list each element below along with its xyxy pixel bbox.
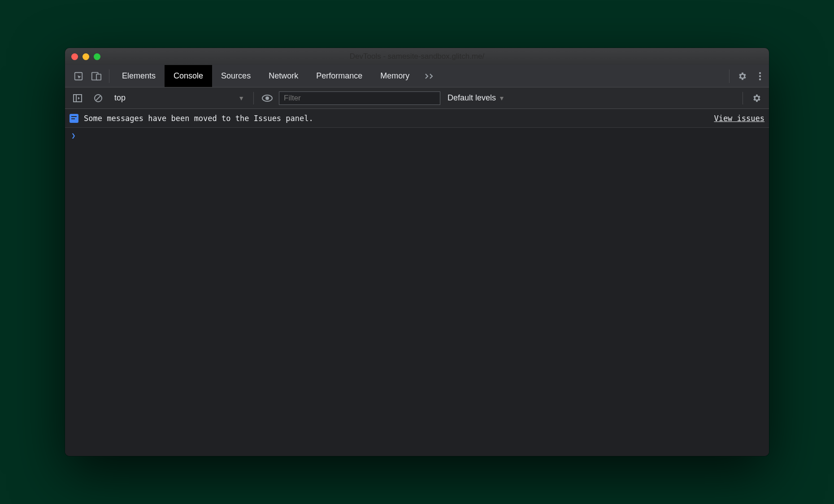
svg-rect-2: [96, 74, 101, 80]
view-issues-link[interactable]: View issues: [714, 114, 764, 123]
titlebar: DevTools - samesite-sandbox.glitch.me/: [65, 48, 769, 65]
issues-message: Some messages have been moved to the Iss…: [84, 114, 313, 123]
tab-elements[interactable]: Elements: [113, 65, 165, 87]
tab-network[interactable]: Network: [260, 65, 307, 87]
minimize-window-button[interactable]: [83, 53, 89, 60]
separator: [743, 92, 743, 104]
log-levels-selector[interactable]: Default levels ▼: [443, 93, 509, 103]
device-toolbar-icon[interactable]: [87, 67, 105, 85]
chevron-down-icon: ▼: [499, 95, 505, 102]
svg-point-5: [759, 78, 761, 80]
clear-console-icon[interactable]: [89, 89, 107, 107]
svg-point-11: [265, 96, 269, 100]
separator: [109, 70, 109, 83]
tab-memory[interactable]: Memory: [371, 65, 418, 87]
console-prompt: ❯: [71, 131, 76, 140]
zoom-window-button[interactable]: [94, 53, 100, 60]
svg-line-9: [96, 96, 100, 100]
inspect-element-icon[interactable]: [70, 67, 87, 85]
tab-sources[interactable]: Sources: [212, 65, 260, 87]
sidebar-toggle-icon[interactable]: [69, 89, 87, 107]
context-label: top: [114, 93, 126, 103]
more-tabs-button[interactable]: [418, 73, 441, 79]
console-toolbar: top ▼ Default levels ▼: [65, 87, 769, 109]
issues-infobar: Some messages have been moved to the Iss…: [65, 109, 769, 128]
console-settings-icon[interactable]: [747, 89, 765, 107]
tab-console[interactable]: Console: [165, 65, 212, 87]
separator: [729, 70, 730, 83]
filter-input[interactable]: [279, 91, 440, 105]
devtools-window: DevTools - samesite-sandbox.glitch.me/ E…: [65, 48, 769, 456]
svg-rect-6: [74, 95, 82, 102]
close-window-button[interactable]: [71, 53, 78, 60]
settings-icon[interactable]: [733, 67, 751, 85]
separator: [253, 92, 254, 104]
svg-point-3: [759, 72, 761, 74]
traffic-lights: [65, 53, 100, 60]
panel-tabs: Elements Console Sources Network Perform…: [113, 65, 418, 87]
live-expression-icon[interactable]: [258, 89, 276, 107]
levels-label: Default levels: [447, 93, 496, 103]
context-selector[interactable]: top ▼: [110, 91, 249, 104]
console-output[interactable]: ❯: [65, 128, 769, 456]
main-tabbar: Elements Console Sources Network Perform…: [65, 65, 769, 87]
customize-menu-icon[interactable]: [751, 67, 769, 85]
issues-icon: [70, 114, 78, 123]
chevron-down-icon: ▼: [238, 95, 244, 102]
window-title: DevTools - samesite-sandbox.glitch.me/: [65, 52, 769, 61]
svg-point-4: [759, 75, 761, 77]
tab-performance[interactable]: Performance: [307, 65, 371, 87]
